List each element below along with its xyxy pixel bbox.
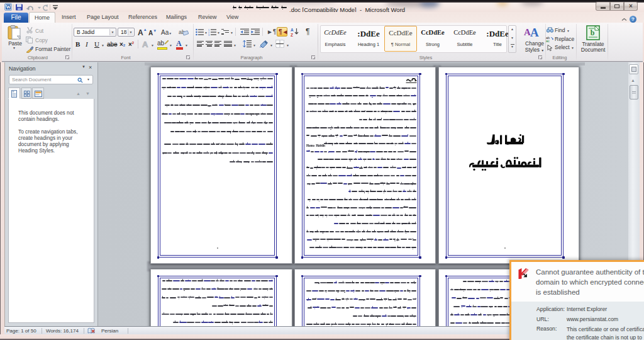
svg-text:W: W: [6, 4, 11, 10]
svg-text:ac: ac: [546, 39, 550, 42]
svg-text:A: A: [291, 28, 294, 32]
svg-text:b: b: [591, 28, 595, 37]
svg-text:Z: Z: [291, 33, 293, 37]
svg-text:3: 3: [208, 33, 210, 36]
